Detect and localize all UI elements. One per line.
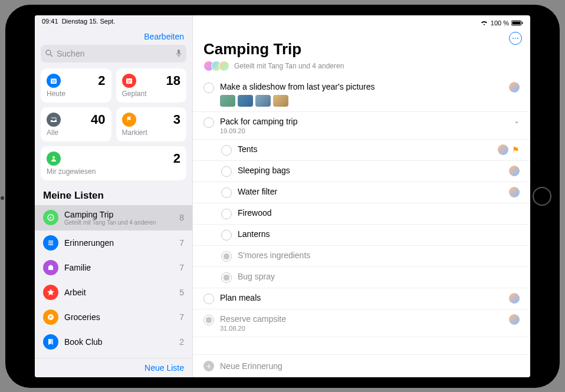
svg-rect-2 [522, 22, 523, 24]
calendar-icon [122, 74, 136, 88]
chevron-down-icon[interactable]: ⌄ [514, 117, 520, 125]
my-lists-header: Meine Listen [35, 185, 192, 205]
task-checkbox[interactable] [221, 166, 232, 177]
task-row[interactable]: Pack for camping trip 19.09.20 ⌄ [193, 112, 530, 140]
photo-thumbnail[interactable] [238, 95, 253, 107]
svg-point-12 [130, 80, 131, 81]
task-title: Sleeping bags [238, 166, 503, 175]
card-flagged[interactable]: 3 Markiert [116, 107, 187, 141]
battery-icon [511, 20, 523, 26]
assignee-avatar [509, 314, 520, 325]
list-count: 5 [179, 288, 184, 297]
calendar-today-icon: 15 [47, 74, 61, 88]
home-button[interactable] [533, 187, 551, 206]
card-assigned[interactable]: 2 Mir zugewiesen [41, 146, 186, 180]
svg-rect-5 [178, 50, 180, 54]
task-row[interactable]: S'mores ingredients [193, 246, 530, 267]
task-checkbox[interactable] [221, 230, 232, 241]
svg-rect-1 [513, 21, 521, 24]
assignee-avatar [509, 166, 520, 176]
list-icon [43, 334, 58, 350]
card-scheduled[interactable]: 18 Geplant [116, 68, 187, 103]
list-count: 8 [179, 213, 184, 222]
task-title: Water filter [238, 187, 503, 196]
photo-thumbnail[interactable] [255, 95, 271, 107]
task-checkbox[interactable] [203, 117, 214, 128]
task-checkbox[interactable] [221, 209, 232, 219]
task-title: Reserve campsite [220, 314, 503, 324]
list-name: Book Club [64, 337, 173, 347]
list-title: Camping Trip [193, 29, 530, 61]
list-icon [43, 260, 58, 275]
task-row[interactable]: Tents ⚑ [193, 140, 530, 161]
list-icon [43, 210, 58, 225]
svg-point-15 [52, 156, 55, 159]
task-checkbox[interactable] [203, 315, 214, 325]
task-title: Bug spray [238, 272, 514, 281]
task-checkbox[interactable] [221, 272, 232, 283]
task-checkbox[interactable] [221, 187, 232, 198]
inbox-icon [47, 113, 61, 127]
list-count: 2 [179, 337, 184, 347]
list-name: Groceries [64, 312, 173, 322]
task-title: S'mores ingredients [238, 251, 514, 260]
flag-icon [122, 113, 136, 127]
wifi-icon [480, 20, 488, 26]
task-row[interactable]: Reserve campsite 31.08.20 [193, 309, 530, 337]
new-list-button[interactable]: Neue Liste [144, 363, 184, 373]
task-row[interactable]: Water filter [193, 182, 530, 203]
task-row[interactable]: Lanterns [193, 225, 530, 246]
sidebar-list-item[interactable]: Camping Trip Geteilt mit Tang Tan und 4 … [35, 205, 192, 230]
task-row[interactable]: Firewood [193, 203, 530, 225]
more-button[interactable]: ⋯ [509, 32, 522, 45]
card-today[interactable]: 15 2 Heute [41, 68, 111, 103]
task-title: Tents [238, 144, 492, 154]
sidebar-list-item[interactable]: Familie 7 [35, 255, 192, 280]
photo-thumbnail[interactable] [273, 95, 288, 107]
flag-icon: ⚑ [512, 145, 520, 154]
sidebar-list-item[interactable]: Book Club 2 [35, 330, 192, 354]
photo-thumbnail[interactable] [220, 95, 235, 107]
task-title: Make a slideshow from last year's pictur… [220, 82, 503, 91]
list-name: Familie [64, 263, 173, 272]
sidebar-list-item[interactable]: Arbeit 5 [35, 280, 192, 305]
plus-icon: + [203, 361, 214, 371]
edit-button[interactable]: Bearbeiten [144, 32, 184, 41]
assignee-avatar [509, 82, 520, 93]
person-icon [47, 151, 61, 166]
task-row[interactable]: Make a slideshow from last year's pictur… [193, 77, 530, 112]
shared-info[interactable]: Geteilt mit Tang Tan und 4 anderen [193, 61, 530, 77]
task-title: Plan meals [220, 293, 503, 302]
task-checkbox[interactable] [203, 294, 214, 304]
list-icon [43, 235, 58, 251]
status-bar: 09:41 Dienstag 15. Sept. 100 % [35, 18, 530, 28]
mic-icon[interactable] [176, 50, 182, 58]
list-name: Erinnerungen [64, 238, 173, 248]
list-icon [43, 309, 58, 325]
sidebar-list-item[interactable]: Groceries 7 [35, 305, 192, 330]
assignee-avatar [509, 187, 520, 197]
task-row[interactable]: Bug spray [193, 267, 530, 288]
list-count: 7 [179, 312, 184, 322]
svg-point-3 [46, 50, 51, 55]
sidebar-list-item[interactable]: Erinnerungen 7 [35, 230, 192, 255]
card-all[interactable]: 40 Alle [41, 107, 111, 141]
task-row[interactable]: Sleeping bags [193, 161, 530, 182]
new-reminder-button[interactable]: + Neue Erinnerung [193, 354, 530, 377]
task-checkbox[interactable] [203, 83, 214, 93]
list-count: 7 [179, 238, 184, 248]
task-checkbox[interactable] [221, 251, 232, 262]
svg-point-10 [127, 80, 129, 81]
search-input[interactable]: Suchen [41, 45, 186, 62]
task-date: 31.08.20 [220, 325, 503, 332]
list-name: Camping Trip [64, 210, 173, 219]
avatar [219, 61, 229, 71]
assignee-avatar [509, 293, 520, 304]
task-row[interactable]: Plan meals [193, 288, 530, 309]
list-name: Arbeit [64, 288, 173, 297]
svg-point-14 [129, 81, 130, 83]
svg-point-11 [129, 80, 130, 81]
task-checkbox[interactable] [221, 145, 232, 156]
svg-text:15: 15 [52, 80, 56, 83]
task-title: Pack for camping trip [220, 117, 508, 126]
